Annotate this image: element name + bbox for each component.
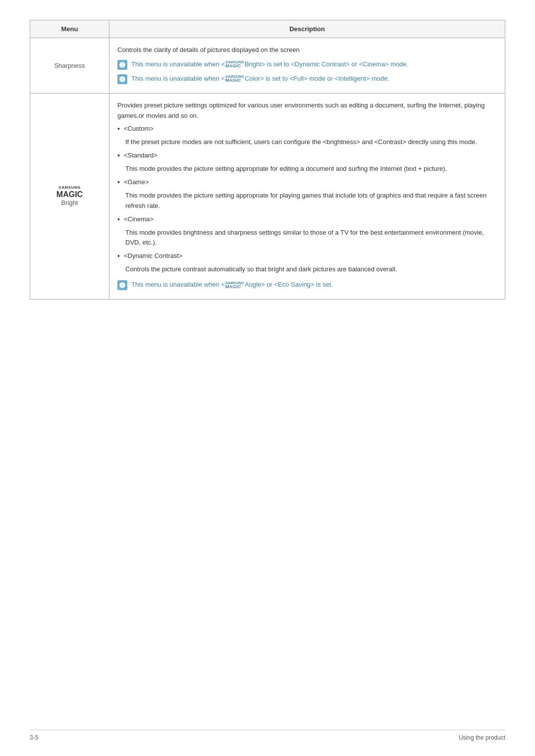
desc-cell-sharpness: Controls the clarity of details of pictu… [109, 38, 505, 94]
table-row: SAMSUNG MAGIC Bright Provides preset pic… [30, 93, 505, 299]
sharpness-note-2: This menu is unavailable when <SAMSUNGMA… [117, 74, 497, 84]
item-dynamic-label: <Dynamic Contrast> [124, 251, 183, 261]
magic-text: MAGIC [56, 190, 83, 199]
list-item: • <Standard> [117, 151, 497, 161]
item-custom-label: <Custom> [124, 124, 154, 134]
page-footer: 3-5 Using the product [30, 730, 505, 741]
list-item: • <Dynamic Contrast> [117, 251, 497, 261]
item-standard-label: <Standard> [124, 151, 158, 161]
menu-cell-magic-bright: SAMSUNG MAGIC Bright [30, 93, 109, 299]
item-game-label: <Game> [124, 177, 149, 188]
item-custom-detail: If the preset picture modes are not suff… [125, 137, 497, 148]
item-dynamic-detail: Controls the picture contrast automatica… [125, 264, 497, 275]
magic-bright-note: This menu is unavailable when <SAMSUNGMA… [117, 280, 497, 290]
note-icon-3 [117, 280, 127, 290]
item-standard-detail: This mode provides the picture setting a… [125, 164, 497, 174]
item-game-detail: This mode provides the picture setting a… [125, 191, 497, 211]
list-item: • <Custom> [117, 124, 497, 134]
menu-cell-sharpness: Sharpness [30, 38, 109, 94]
table-row: Sharpness Controls the clarity of detail… [30, 38, 505, 94]
item-cinema-detail: This mode provides brightness and sharpn… [125, 228, 497, 249]
sharpness-note-1: This menu is unavailable when <SAMSUNGMA… [117, 59, 497, 70]
footer-section-title: Using the product [459, 734, 505, 741]
bright-text: Bright [61, 199, 78, 207]
note-icon-2 [117, 74, 127, 84]
sharpness-intro: Controls the clarity of details of pictu… [117, 45, 497, 55]
sharpness-note-2-text: This menu is unavailable when <SAMSUNGMA… [131, 74, 389, 84]
list-item: • <Game> [117, 177, 497, 188]
magic-bright-label: SAMSUNG MAGIC Bright [38, 186, 101, 207]
magic-bright-note-text: This menu is unavailable when <SAMSUNGMA… [131, 280, 333, 290]
magic-bright-intro: Provides preset picture settings optimiz… [117, 101, 497, 121]
menu-column-header: Menu [30, 20, 109, 38]
footer-page-number: 3-5 [30, 734, 38, 741]
note-icon-1 [117, 60, 127, 70]
item-cinema-label: <Cinema> [124, 214, 154, 225]
samsung-brand-text: SAMSUNG [58, 186, 80, 190]
sharpness-note-1-text: This menu is unavailable when <SAMSUNGMA… [131, 59, 408, 69]
list-item: • <Cinema> [117, 214, 497, 225]
desc-cell-magic-bright: Provides preset picture settings optimiz… [109, 93, 505, 299]
sharpness-label: Sharpness [54, 62, 85, 69]
description-column-header: Description [109, 20, 505, 38]
